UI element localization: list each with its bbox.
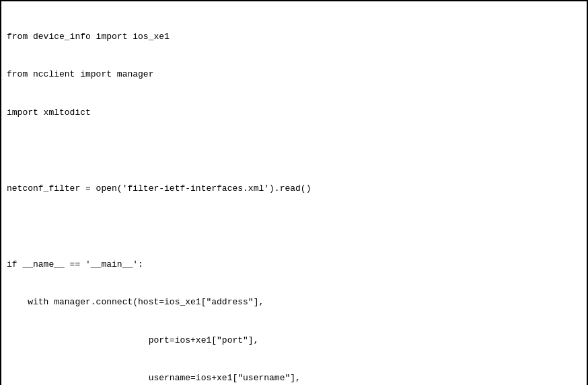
code-line-9: port=ios+xe1["port"], bbox=[7, 335, 581, 347]
code-line-7: if __name__ == '__main__': bbox=[7, 259, 581, 271]
code-line-4 bbox=[7, 144, 581, 157]
code-line-1: from device_info import ios_xe1 bbox=[7, 31, 581, 44]
code-line-8: with manager.connect(host=ios_xe1["addre… bbox=[7, 296, 581, 309]
code-block: from device_info import ios_xe1 from ncc… bbox=[7, 5, 581, 385]
code-container: from device_info import ios_xe1 from ncc… bbox=[0, 0, 588, 385]
code-line-6 bbox=[7, 220, 581, 233]
code-line-3: import xmltodict bbox=[7, 107, 581, 120]
code-line-2: from ncclient import manager bbox=[7, 69, 581, 81]
code-line-5: netconf_filter = open('filter-ietf-inter… bbox=[7, 183, 581, 196]
code-line-10: username=ios+xe1["username"], bbox=[7, 372, 581, 385]
